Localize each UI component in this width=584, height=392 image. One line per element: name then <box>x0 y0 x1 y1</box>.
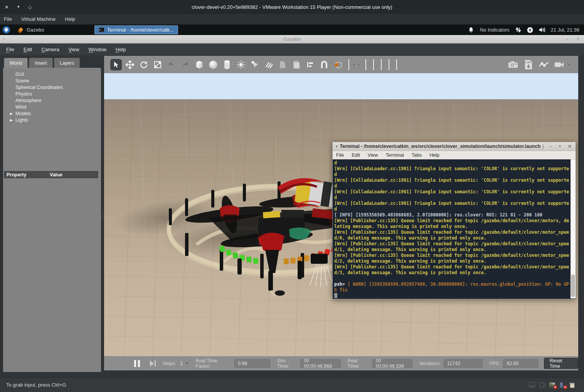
steps-value[interactable]: 1 <box>180 361 183 366</box>
log-record-icon[interactable]: LOG <box>523 59 534 70</box>
maximize-icon[interactable]: ＋ <box>565 36 570 43</box>
gazebo-menu-window[interactable]: Window <box>84 44 111 55</box>
tree-item-atmosphere[interactable]: Atmosphere <box>3 97 101 104</box>
close-icon[interactable]: ✕ <box>568 144 572 149</box>
screenshot-icon[interactable] <box>507 59 519 70</box>
tree-item-lights[interactable]: ▶Lights <box>3 117 101 123</box>
terminal-menu-tabs[interactable]: Tabs <box>408 151 426 159</box>
sphere-icon[interactable] <box>207 59 219 70</box>
expand-arrow-icon[interactable]: ▶ <box>10 112 15 116</box>
tree-item-scene[interactable]: Scene <box>3 77 101 84</box>
harddisk-icon[interactable] <box>529 382 535 388</box>
messages-icon[interactable] <box>569 382 576 388</box>
gazebo-titlebar[interactable]: ▾ Gazebo − ＋ ✕ <box>0 35 584 44</box>
minimize-icon[interactable]: − <box>556 36 559 43</box>
terminal-titlebar[interactable]: ▾ Terminal - /home/clever/catkin_ws/src/… <box>333 142 576 151</box>
terminal-menu-help[interactable]: Help <box>426 151 443 159</box>
window-caret-icon[interactable]: ▾ <box>336 144 338 148</box>
close-icon[interactable]: ✕ <box>576 36 580 43</box>
panel-splitter-handle[interactable]: ·················· <box>46 169 58 171</box>
tree-item-physics[interactable]: Physics <box>3 90 101 97</box>
scale-icon[interactable] <box>152 59 163 70</box>
gazebo-app-label[interactable]: Gazebo <box>27 27 44 33</box>
tab-world[interactable]: World <box>4 58 28 68</box>
point-light-icon[interactable] <box>235 59 247 70</box>
updown-arrows-icon[interactable] <box>515 27 522 33</box>
terminal-cursor-line <box>334 293 569 298</box>
tree-item-wind[interactable]: Wind <box>3 104 101 110</box>
applications-menu-icon[interactable] <box>3 26 10 34</box>
terminal-line: [ INFO] [1595356569.483868683, 2.0720000… <box>334 212 569 218</box>
tab-layers[interactable]: Layers <box>54 58 80 68</box>
tree-item-label: Scene <box>15 78 29 84</box>
box-icon[interactable] <box>194 59 205 70</box>
clock-label[interactable]: 21 Jul, 21:36 <box>551 27 579 33</box>
network-disconnected-icon[interactable]: ✕ <box>549 382 555 388</box>
chevron-down-icon[interactable]: ▾ <box>17 4 20 10</box>
pause-button[interactable] <box>134 360 140 367</box>
gazebo-menu-help[interactable]: Help <box>111 44 131 55</box>
minimize-icon[interactable]: − <box>549 144 552 149</box>
terminal-scrollbar[interactable] <box>571 159 576 298</box>
snap-icon[interactable] <box>318 59 330 70</box>
terminal-menu-view[interactable]: View <box>364 151 382 159</box>
translate-icon[interactable] <box>124 59 136 70</box>
scrollbar-thumb[interactable] <box>571 275 575 297</box>
gazebo-app-icon[interactable] <box>18 27 24 33</box>
tree-item-spherical-coordinates[interactable]: Spherical Coordinates <box>3 84 101 90</box>
paste-icon[interactable] <box>291 59 302 70</box>
select-arrow-icon[interactable] <box>110 59 122 70</box>
toolbar-separator <box>373 59 374 70</box>
gazebo-menu-edit[interactable]: Edit <box>19 44 37 55</box>
directional-light-icon[interactable] <box>263 59 274 70</box>
gazebo-menu-camera[interactable]: Camera <box>37 44 64 55</box>
cylinder-icon[interactable] <box>221 59 233 70</box>
bell-icon[interactable] <box>468 27 475 33</box>
power-manager-icon[interactable] <box>527 27 534 33</box>
left-splitter-handle[interactable]: ········ <box>101 210 104 222</box>
vm-menu-help[interactable]: Help <box>60 15 80 23</box>
gazebo-menu-view[interactable]: View <box>64 44 84 55</box>
undo-dropdown-icon[interactable]: ▼ <box>352 63 356 67</box>
terminal-menu-edit[interactable]: Edit <box>348 151 364 159</box>
terminal-window[interactable]: ▾ Terminal - /home/clever/catkin_ws/src/… <box>332 142 576 299</box>
align-icon[interactable] <box>305 59 316 70</box>
plot-icon[interactable] <box>538 59 550 70</box>
gazebo-menu-file[interactable]: File <box>2 44 19 55</box>
spot-light-icon[interactable] <box>249 59 261 70</box>
copy-icon[interactable] <box>277 59 288 70</box>
redo-icon[interactable] <box>180 59 191 70</box>
vm-menu-virtual-machine[interactable]: Virtual Machine <box>17 15 60 23</box>
tab-insert[interactable]: Insert <box>29 58 52 68</box>
vm-menu-file[interactable]: File <box>0 15 17 23</box>
video-dropdown-icon[interactable]: ▼ <box>567 63 571 67</box>
steps-dropdown-icon[interactable]: ▼ <box>185 361 188 365</box>
terminal-menu-terminal[interactable]: Terminal <box>382 151 408 159</box>
desktop-panel: Gazebo >_ Terminal - /home/clever/catk..… <box>0 25 584 35</box>
reset-time-button[interactable]: Reset Time <box>544 358 578 369</box>
terminal-menu-file[interactable]: File <box>333 151 348 159</box>
window-close-icon[interactable]: ✕ <box>5 4 9 10</box>
video-record-icon[interactable] <box>554 59 565 70</box>
view-angle-icon[interactable] <box>332 59 344 70</box>
rotate-icon[interactable] <box>138 59 150 70</box>
expand-arrow-icon[interactable]: ▶ <box>10 118 15 122</box>
value-column-header[interactable]: Value <box>50 172 62 178</box>
indicators-label[interactable]: No Indicators <box>480 27 510 33</box>
volume-icon[interactable] <box>539 27 545 33</box>
tree-item-gui[interactable]: GUI <box>3 71 101 77</box>
terminal-line: d/2, deleting message. This warning is p… <box>334 258 569 264</box>
redo-dropdown-icon[interactable]: ▼ <box>357 63 361 67</box>
maximize-icon[interactable]: + <box>559 144 561 149</box>
terminal-output[interactable]: d[Wrn] [ColladaLoader.cc:1901] Triangle … <box>333 159 576 298</box>
usb-disconnected-icon[interactable]: ✕ <box>559 382 565 388</box>
terminal-text-segment: d/0, deleting message. This warning is p… <box>334 235 486 241</box>
step-button[interactable] <box>150 360 156 367</box>
undo-icon[interactable] <box>166 59 177 70</box>
cdrom-icon[interactable] <box>539 382 545 388</box>
property-column-header[interactable]: Property <box>7 172 50 178</box>
diamond-icon[interactable]: ◇ <box>28 4 32 10</box>
tree-item-models[interactable]: ▶Models <box>3 110 101 117</box>
terminal-text-segment: [Wrn] [Publisher.cc:135] Queue limit rea… <box>334 241 569 246</box>
taskbar-item-terminal[interactable]: >_ Terminal - /home/clever/catk... <box>94 25 178 34</box>
